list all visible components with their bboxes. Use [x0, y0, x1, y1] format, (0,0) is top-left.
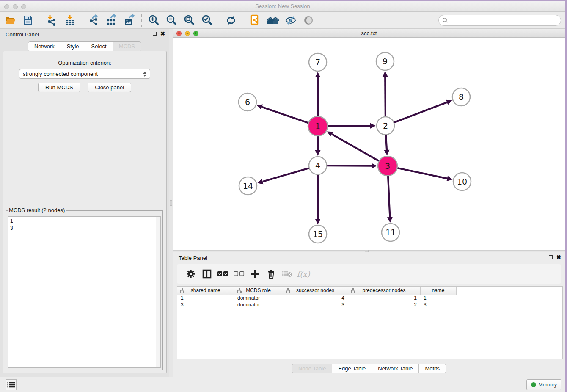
- table-cell[interactable]: 4: [283, 295, 348, 301]
- zoom-in-icon[interactable]: [146, 14, 161, 27]
- search-box[interactable]: [438, 15, 561, 26]
- export-image-icon[interactable]: [122, 14, 137, 27]
- table-cell[interactable]: dominator: [234, 301, 283, 308]
- table-cell[interactable]: 1: [420, 295, 456, 301]
- table-row[interactable]: 3dominator323: [177, 301, 456, 308]
- function-builder-icon[interactable]: f(x): [295, 267, 311, 281]
- bottom-tab-motifs[interactable]: Motifs: [418, 364, 446, 373]
- node-label-14: 14: [243, 181, 253, 190]
- unselect-all-columns-icon[interactable]: [231, 267, 247, 281]
- zoom-selected-icon[interactable]: [199, 14, 215, 27]
- float-panel-icon[interactable]: [549, 255, 553, 259]
- node-label-10: 10: [457, 177, 467, 186]
- edge-arrowhead: [257, 105, 263, 110]
- control-panel-header: Control Panel ✖: [0, 29, 169, 40]
- network-frame-titlebar[interactable]: × − + scc.txt: [173, 29, 565, 38]
- show-columns-icon[interactable]: [199, 267, 215, 281]
- close-panel-button[interactable]: Close panel: [88, 83, 131, 92]
- splitter-grip[interactable]: [170, 200, 172, 206]
- edge-arrowhead: [372, 163, 377, 168]
- tab-style[interactable]: Style: [61, 42, 85, 51]
- column-header-successor-nodes[interactable]: successor nodes: [283, 287, 348, 295]
- table-panel-header: Table Panel ✖: [173, 252, 565, 263]
- table-cell[interactable]: 1: [177, 295, 234, 301]
- result-scrollbar[interactable]: [156, 217, 160, 367]
- close-panel-icon[interactable]: ✖: [556, 255, 561, 259]
- float-panel-icon[interactable]: [153, 32, 157, 36]
- table-cell[interactable]: 1: [348, 295, 420, 301]
- mcds-result-group: MCDS result (2 nodes) 13: [6, 210, 163, 370]
- bottom-tab-node-table[interactable]: Node Table: [292, 364, 332, 373]
- window-title: Session: New Session: [0, 3, 565, 9]
- tab-select[interactable]: Select: [85, 42, 113, 51]
- graph-edge-3-10[interactable]: [397, 168, 447, 179]
- memory-button[interactable]: Memory: [526, 379, 561, 390]
- edge-arrowhead: [384, 150, 390, 155]
- node-label-15: 15: [313, 229, 323, 239]
- table-cell[interactable]: 2: [348, 301, 420, 308]
- graph-edge-2-8[interactable]: [394, 102, 447, 122]
- graph-edge-3-11[interactable]: [388, 176, 390, 217]
- tab-mcds[interactable]: MCDS: [113, 42, 141, 51]
- bottom-tab-edge-table[interactable]: Edge Table: [332, 364, 372, 373]
- graph-edge-4-3[interactable]: [327, 166, 372, 166]
- zoom-out-icon[interactable]: [164, 14, 179, 27]
- graph-edge-3-1[interactable]: [332, 134, 379, 161]
- bottom-tab-network-table[interactable]: Network Table: [372, 364, 418, 373]
- save-session-icon[interactable]: [20, 14, 36, 27]
- node-table: shared nameMCDS rolesuccessor nodesprede…: [177, 286, 563, 359]
- table-cell[interactable]: 3: [283, 301, 348, 308]
- vertical-splitter[interactable]: [169, 29, 173, 377]
- search-input[interactable]: [450, 16, 561, 25]
- list-icon: [7, 381, 15, 388]
- table-toolbar: f(x): [177, 264, 561, 284]
- delete-table-icon[interactable]: [279, 267, 295, 281]
- graph-edge-1-2[interactable]: [328, 126, 370, 126]
- criterion-select[interactable]: strongly connected component: [19, 69, 150, 79]
- graph-edge-2-3[interactable]: [386, 135, 387, 150]
- add-column-icon[interactable]: [247, 267, 263, 281]
- app-titlebar[interactable]: Session: New Session: [0, 1, 565, 12]
- memory-label: Memory: [539, 382, 557, 388]
- result-line: 1: [10, 218, 158, 225]
- settings-gear-icon[interactable]: [183, 267, 199, 281]
- table-panel-title: Table Panel: [179, 255, 207, 261]
- import-table-icon[interactable]: [62, 14, 77, 27]
- select-all-columns-icon[interactable]: [215, 267, 231, 281]
- column-header-shared-name[interactable]: shared name: [177, 287, 234, 295]
- edge-arrowhead: [387, 217, 393, 223]
- control-panel: Control Panel ✖ NetworkStyleSelectMCDS O…: [0, 29, 169, 377]
- tab-network[interactable]: Network: [28, 42, 61, 51]
- run-mcds-button[interactable]: Run MCDS: [38, 83, 80, 92]
- table-cell[interactable]: 3: [420, 301, 456, 308]
- show-details-icon[interactable]: [301, 14, 316, 27]
- export-network-icon[interactable]: [86, 14, 102, 27]
- delete-column-icon[interactable]: [263, 267, 279, 281]
- graph-edge-2-9[interactable]: [385, 77, 385, 116]
- criterion-value: strongly connected component: [23, 71, 143, 77]
- node-label-9: 9: [383, 57, 388, 66]
- first-neighbors-icon[interactable]: [265, 14, 281, 27]
- mcds-result-text[interactable]: 13: [8, 216, 161, 368]
- network-view-frame: × − + scc.txt 7968124314101511: [173, 29, 565, 251]
- graph-edge-4-14[interactable]: [263, 168, 309, 182]
- table-cell[interactable]: 3: [177, 301, 234, 308]
- column-header-name[interactable]: name: [420, 287, 456, 295]
- network-canvas[interactable]: 7968124314101511: [173, 38, 565, 250]
- network-from-selection-icon[interactable]: [248, 14, 263, 27]
- table-cell[interactable]: dominator: [234, 295, 283, 301]
- table-row[interactable]: 1dominator411: [177, 295, 456, 301]
- hide-details-icon[interactable]: [283, 14, 298, 27]
- node-label-2: 2: [383, 121, 388, 130]
- memory-status-icon: [531, 382, 536, 387]
- close-panel-icon[interactable]: ✖: [160, 31, 165, 36]
- column-header-MCDS-role[interactable]: MCDS role: [234, 287, 283, 295]
- export-table-icon[interactable]: [104, 14, 119, 27]
- task-history-button[interactable]: [6, 379, 17, 390]
- import-network-icon[interactable]: [44, 14, 60, 27]
- column-header-predecessor-nodes[interactable]: predecessor nodes: [348, 287, 420, 295]
- apply-layout-icon[interactable]: [223, 14, 239, 27]
- open-session-icon[interactable]: [3, 14, 18, 27]
- zoom-fit-icon[interactable]: [182, 14, 197, 27]
- graph-edge-1-6[interactable]: [262, 107, 308, 123]
